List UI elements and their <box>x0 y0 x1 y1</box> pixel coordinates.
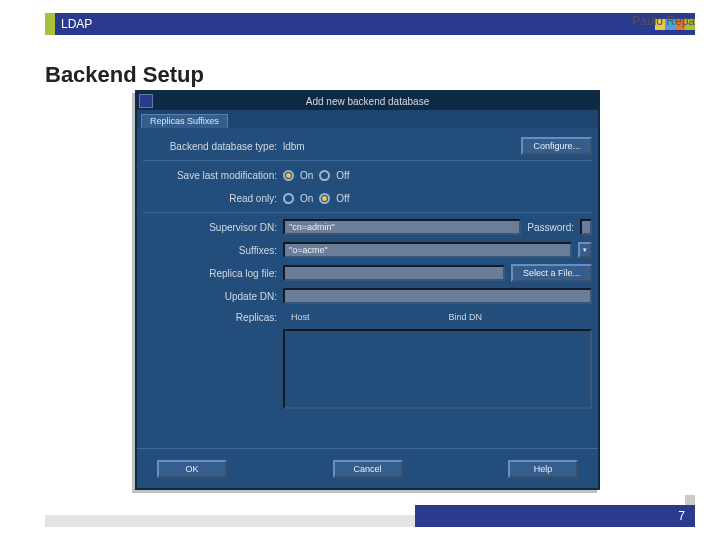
replicas-label: Replicas: <box>143 312 283 323</box>
replicalog-label: Replica log file: <box>143 268 283 279</box>
replicas-col-host: Host <box>283 310 435 324</box>
savemod-label: Save last modification: <box>143 170 283 181</box>
off-label-2: Off <box>336 193 349 204</box>
footer: 7 <box>0 505 720 527</box>
help-button[interactable]: Help <box>508 460 578 478</box>
dialog-window: Add new backend database Replicas Suffix… <box>135 90 600 490</box>
suffixes-dropdown-icon[interactable]: ▾ <box>578 242 592 258</box>
tab-replicas-suffixes[interactable]: Replicas Suffixes <box>141 114 228 128</box>
window-system-menu-icon[interactable] <box>139 94 153 108</box>
cancel-button[interactable]: Cancel <box>333 460 403 478</box>
select-file-button[interactable]: Select a File... <box>511 264 592 282</box>
topbar-title: LDAP <box>61 17 655 31</box>
separator <box>143 160 592 161</box>
topbar: LDAP <box>45 13 695 35</box>
tab-bar: Replicas Suffixes <box>137 110 598 128</box>
readonly-off-radio[interactable] <box>319 193 330 204</box>
replicalog-input[interactable] <box>283 265 505 281</box>
form-area: Backend database type: ldbm Configure...… <box>137 128 598 324</box>
suffixes-input[interactable]: "o=acme" <box>283 242 572 258</box>
ok-button[interactable]: OK <box>157 460 227 478</box>
updatedn-label: Update DN: <box>143 291 283 302</box>
updatedn-input[interactable] <box>283 288 592 304</box>
configure-button[interactable]: Configure... <box>521 137 592 155</box>
replicas-listbox[interactable] <box>283 329 592 409</box>
separator <box>143 212 592 213</box>
suffixes-label: Suffixes: <box>143 245 283 256</box>
dialog-button-bar: OK Cancel Help <box>137 448 598 488</box>
off-label-1: Off <box>336 170 349 181</box>
savemod-off-radio[interactable] <box>319 170 330 181</box>
replicas-col-bind: Bind DN <box>441 310 593 324</box>
supervisor-input[interactable]: "cn=admin" <box>283 219 521 235</box>
readonly-on-radio[interactable] <box>283 193 294 204</box>
supervisor-label: Supervisor DN: <box>143 222 283 233</box>
page-title: Backend Setup <box>45 62 204 88</box>
password-input[interactable] <box>580 219 592 235</box>
footer-grey-bar <box>45 515 415 527</box>
password-label: Password: <box>527 222 574 233</box>
readonly-label: Read only: <box>143 193 283 204</box>
slide: LDAP Paulo Repa Backend Setup Add new ba… <box>0 0 720 540</box>
window-title: Add new backend database <box>306 96 429 107</box>
savemod-on-radio[interactable] <box>283 170 294 181</box>
on-label-2: On <box>300 193 313 204</box>
dbtype-label: Backend database type: <box>143 141 283 152</box>
author-label: Paulo Repa <box>632 14 695 28</box>
topbar-accent-block <box>45 13 55 35</box>
on-label-1: On <box>300 170 313 181</box>
footer-chip <box>685 495 695 505</box>
footer-page-number: 7 <box>415 505 695 527</box>
dbtype-value: ldbm <box>283 141 305 152</box>
window-titlebar: Add new backend database <box>137 92 598 110</box>
